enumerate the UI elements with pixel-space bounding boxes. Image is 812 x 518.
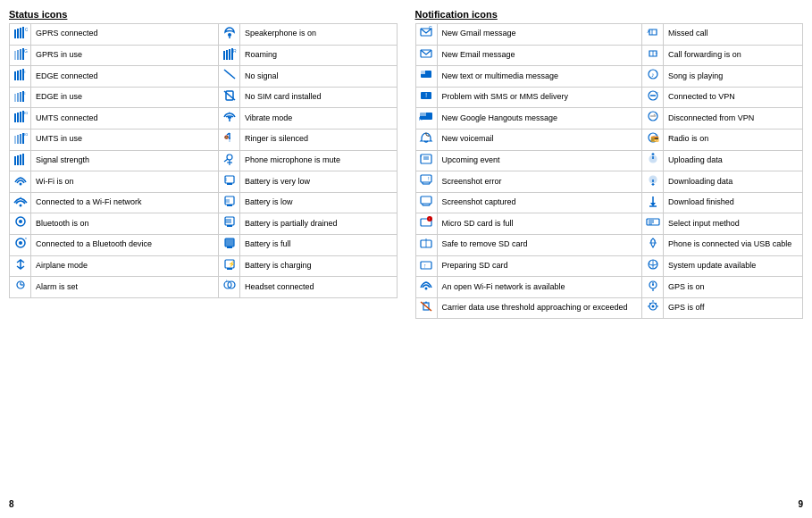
status-icons-title: Status icons xyxy=(9,9,398,20)
notif-label-left-3: Problem with SMS or MMS delivery xyxy=(437,87,642,108)
svg-rect-49 xyxy=(20,155,21,165)
svg-rect-9 xyxy=(20,49,21,60)
notif-icon-left-11: ↑ xyxy=(415,255,437,277)
status-icon-left-8: ✓ xyxy=(10,192,31,213)
notif-label-left-7: Screenshot error xyxy=(437,171,642,193)
status-label-left-0: GPRS connected xyxy=(31,24,219,46)
notif-icon-left-0: G xyxy=(415,24,437,46)
notif-icon-right-3: → xyxy=(642,87,664,108)
notif-label-right-10: Phone is connected via USB cable xyxy=(664,234,803,255)
table-row: Wi-Fi is on Battery is very low xyxy=(10,171,398,193)
svg-point-5 xyxy=(228,33,231,37)
notif-label-left-11: Preparing SD card xyxy=(437,255,642,277)
notif-table-row: Safe to remove SD card Phone is connecte… xyxy=(415,234,803,255)
table-row: 3G UMTS connected z Vibrate mode xyxy=(10,108,398,130)
notif-label-left-13: Carrier data use threshold approaching o… xyxy=(437,297,642,319)
notif-icon-left-2 xyxy=(415,66,437,88)
status-icon-right-1: R xyxy=(219,45,240,66)
svg-rect-3 xyxy=(22,27,24,38)
svg-marker-125 xyxy=(651,184,655,186)
notif-icon-right-12 xyxy=(642,277,664,298)
svg-rect-58 xyxy=(225,178,227,181)
svg-line-22 xyxy=(224,70,235,79)
page-number-left: 8 xyxy=(9,499,14,509)
notif-icon-right-10 xyxy=(642,234,664,255)
notif-icon-left-4: H xyxy=(415,108,437,130)
svg-rect-24 xyxy=(17,93,19,102)
notif-icon-left-6: 1 xyxy=(415,150,437,171)
notif-icon-right-6 xyxy=(642,150,664,171)
notif-icon-right-4 xyxy=(642,108,664,130)
notif-label-right-11: System update available xyxy=(664,255,803,277)
notif-label-left-1: New Email message xyxy=(437,45,642,66)
status-icon-right-10 xyxy=(219,234,240,255)
svg-text:!: ! xyxy=(429,217,430,221)
status-icon-left-5: 3G xyxy=(10,129,31,150)
notification-icons-table: G New Gmail message ✗ Missed call New Em… xyxy=(415,23,804,319)
status-label-left-4: UMTS connected xyxy=(31,108,219,130)
notif-table-row: An open Wi-Fi network is available GPS i… xyxy=(415,277,803,298)
svg-rect-63 xyxy=(225,199,230,203)
notif-icon-left-3: ! xyxy=(415,87,437,108)
status-label-right-3: No SIM card installed xyxy=(240,87,398,108)
svg-text:✓: ✓ xyxy=(20,196,22,199)
notif-table-row: H New Google Hangouts message Disconnect… xyxy=(415,108,803,130)
notif-icon-right-0: ✗ xyxy=(642,24,664,46)
svg-rect-30 xyxy=(14,113,16,122)
status-label-right-0: Speakerphone is on xyxy=(240,24,398,46)
svg-point-150 xyxy=(652,284,654,286)
svg-rect-62 xyxy=(227,205,232,206)
svg-rect-37 xyxy=(14,136,16,144)
notif-icon-right-1: → xyxy=(642,45,664,66)
svg-text:R: R xyxy=(233,48,237,54)
svg-text:→: → xyxy=(654,50,658,55)
status-icon-left-3: E xyxy=(10,87,31,108)
notif-table-row: New Email message → Call forwarding is o… xyxy=(415,45,803,66)
status-label-left-12: Alarm is set xyxy=(31,277,219,298)
svg-rect-126 xyxy=(421,196,431,204)
notif-icon-left-12 xyxy=(415,277,437,298)
svg-rect-92 xyxy=(421,71,425,74)
status-icon-right-0 xyxy=(219,24,240,46)
notif-table-row: Carrier data use threshold approaching o… xyxy=(415,297,803,319)
status-label-right-12: Headset connected xyxy=(240,277,398,298)
status-icon-left-10: * xyxy=(10,234,31,255)
status-label-right-7: Battery is very low xyxy=(240,171,398,193)
notif-table-row: ! Problem with SMS or MMS delivery → Con… xyxy=(415,87,803,108)
svg-rect-2 xyxy=(20,28,21,38)
svg-rect-76 xyxy=(227,268,232,270)
notif-label-right-3: Connected to VPN xyxy=(664,87,803,108)
notif-icon-right-2: ♪ xyxy=(642,66,664,88)
svg-point-59 xyxy=(19,204,21,206)
status-icons-table: G GPRS connected Speakerphone is on G GP… xyxy=(9,23,398,298)
svg-text:*: * xyxy=(25,237,27,242)
status-icon-right-9 xyxy=(219,213,240,235)
status-icon-left-11 xyxy=(10,255,31,277)
status-label-right-4: Vibrate mode xyxy=(240,108,398,130)
notif-label-left-6: Upcoming event xyxy=(437,150,642,171)
notif-icon-right-7 xyxy=(642,171,664,193)
notif-table-row: ! Screenshot error Downloading data xyxy=(415,171,803,193)
notif-table-row: ! Micro SD card is full Select input met… xyxy=(415,213,803,235)
page-number-right: 9 xyxy=(798,499,803,509)
notif-table-row: G New Gmail message ✗ Missed call xyxy=(415,24,803,46)
svg-text:📞: 📞 xyxy=(425,132,430,137)
notif-icon-right-13 xyxy=(642,297,664,319)
svg-marker-116 xyxy=(651,153,655,155)
status-icon-right-6 xyxy=(219,150,240,171)
status-icon-left-6 xyxy=(10,150,31,171)
svg-text:↑: ↑ xyxy=(423,263,427,269)
status-icon-right-8 xyxy=(219,192,240,213)
status-label-left-11: Airplane mode xyxy=(31,255,219,277)
svg-rect-47 xyxy=(14,156,16,165)
notif-icon-left-9: ! xyxy=(415,213,437,235)
page-container: Status icons G GPRS connected Speakerpho… xyxy=(9,9,803,319)
notif-label-right-0: Missed call xyxy=(664,24,803,46)
notif-icon-right-5: 📻 xyxy=(642,129,664,150)
notif-label-left-4: New Google Hangouts message xyxy=(437,108,642,130)
svg-rect-23 xyxy=(14,94,16,102)
svg-point-70 xyxy=(19,241,22,245)
svg-rect-50 xyxy=(22,154,24,165)
svg-text:G: G xyxy=(25,27,28,32)
svg-rect-25 xyxy=(20,92,21,102)
